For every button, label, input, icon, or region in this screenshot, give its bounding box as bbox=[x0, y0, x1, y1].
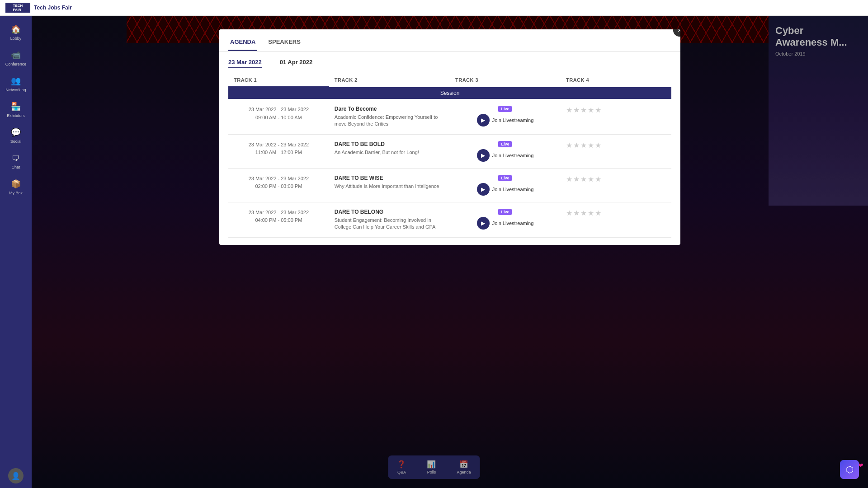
track-4-header: TRACK 4 bbox=[561, 74, 671, 87]
livestream-1-button[interactable]: Live ▶ Join Livestreaming bbox=[455, 106, 555, 127]
rating-stars-4[interactable]: ★ ★ ★ ★ ★ bbox=[566, 209, 666, 217]
star-2: ★ bbox=[573, 141, 580, 150]
sidebar-label-networking: Networking bbox=[5, 88, 26, 92]
sidebar-item-exhibitors[interactable]: 🏪 Exhibitors bbox=[0, 98, 32, 122]
livestream-4-button[interactable]: Live ▶ Join Livestreaming bbox=[455, 209, 555, 230]
session-2-track3[interactable]: Live ▶ Join Livestreaming bbox=[450, 134, 561, 168]
star-5: ★ bbox=[595, 175, 601, 183]
play-icon-2: ▶ bbox=[477, 149, 490, 162]
track-1-header: TRACK 1 bbox=[228, 74, 329, 87]
live-badge-1: Live bbox=[498, 106, 512, 112]
table-row: 23 Mar 2022 - 23 Mar 2022 11:00 AM - 12:… bbox=[228, 134, 671, 168]
play-icon-1: ▶ bbox=[477, 114, 490, 127]
star-3: ★ bbox=[580, 141, 587, 150]
live-join-2: ▶ Join Livestreaming bbox=[477, 149, 534, 162]
session-1-track2: Dare To Become Academic Confidence: Empo… bbox=[329, 99, 450, 135]
table-row: 23 Mar 2022 - 23 Mar 2022 04:00 PM - 05:… bbox=[228, 202, 671, 237]
star-3: ★ bbox=[580, 175, 587, 183]
star-2: ★ bbox=[573, 106, 580, 114]
session-1-date: 23 Mar 2022 - 23 Mar 2022 bbox=[234, 106, 324, 114]
live-join-4: ▶ Join Livestreaming bbox=[477, 217, 534, 230]
star-5: ★ bbox=[595, 106, 601, 114]
session-2-time-range: 11:00 AM - 12:00 PM bbox=[234, 149, 324, 157]
date-tab-mar23[interactable]: 23 Mar 2022 bbox=[228, 59, 262, 68]
session-3-title: DARE TO BE WISE bbox=[335, 175, 444, 181]
session-header-row: Session bbox=[228, 87, 671, 99]
star-1: ★ bbox=[566, 141, 572, 150]
exhibitors-icon: 🏪 bbox=[10, 101, 21, 112]
join-label-1: Join Livestreaming bbox=[492, 117, 534, 123]
session-2-date: 23 Mar 2022 - 23 Mar 2022 bbox=[234, 141, 324, 149]
track-2-header: TRACK 2 bbox=[329, 74, 450, 87]
3d-cube-icon[interactable]: ⬡ bbox=[840, 460, 859, 479]
sidebar-item-conference[interactable]: 📹 Conference bbox=[0, 46, 32, 70]
logo-box: TECHFAIR bbox=[5, 3, 30, 13]
tab-speakers[interactable]: SPEAKERS bbox=[266, 36, 302, 51]
livestream-2-button[interactable]: Live ▶ Join Livestreaming bbox=[455, 141, 555, 162]
star-3: ★ bbox=[580, 209, 587, 217]
join-label-4: Join Livestreaming bbox=[492, 221, 534, 226]
sidebar-item-mybox[interactable]: 📦 My Box bbox=[0, 175, 32, 199]
session-4-desc: Student Engagement: Becoming Involved in… bbox=[335, 217, 444, 231]
live-badge-3: Live bbox=[498, 175, 512, 181]
sidebar-item-social[interactable]: 💬 Social bbox=[0, 123, 32, 147]
live-join-1: ▶ Join Livestreaming bbox=[477, 114, 534, 127]
session-3-time: 23 Mar 2022 - 23 Mar 2022 02:00 PM - 03:… bbox=[228, 168, 329, 202]
date-tab-apr01[interactable]: 01 Apr 2022 bbox=[280, 59, 313, 68]
user-avatar[interactable]: 👤 bbox=[8, 468, 24, 483]
social-icon: 💬 bbox=[10, 127, 21, 138]
star-4: ★ bbox=[588, 141, 594, 150]
star-5: ★ bbox=[595, 209, 601, 217]
session-3-track4: ★ ★ ★ ★ ★ bbox=[561, 168, 671, 202]
session-1-title: Dare To Become bbox=[335, 106, 444, 112]
session-header-cell: Session bbox=[228, 87, 671, 99]
star-5: ★ bbox=[595, 141, 601, 150]
mybox-icon: 📦 bbox=[10, 178, 21, 189]
livestream-3-button[interactable]: Live ▶ Join Livestreaming bbox=[455, 175, 555, 196]
join-label-2: Join Livestreaming bbox=[492, 153, 534, 158]
sidebar-label-chat: Chat bbox=[11, 165, 20, 169]
table-row: 23 Mar 2022 - 23 Mar 2022 09:00 AM - 10:… bbox=[228, 99, 671, 135]
star-2: ★ bbox=[573, 175, 580, 183]
sidebar-label-lobby: Lobby bbox=[10, 36, 22, 41]
star-1: ★ bbox=[566, 175, 572, 183]
rating-stars-1[interactable]: ★ ★ ★ ★ ★ bbox=[566, 106, 666, 114]
sidebar-label-conference: Conference bbox=[5, 62, 27, 66]
live-badge-2: Live bbox=[498, 141, 512, 147]
avatar-icon: 👤 bbox=[11, 472, 20, 480]
session-1-track3[interactable]: Live ▶ Join Livestreaming bbox=[450, 99, 561, 135]
session-3-track2: DARE TO BE WISE Why Attitude Is More Imp… bbox=[329, 168, 450, 202]
rating-stars-3[interactable]: ★ ★ ★ ★ ★ bbox=[566, 175, 666, 183]
session-3-desc: Why Attitude Is More Important than Inte… bbox=[335, 183, 444, 190]
session-4-time-range: 04:00 PM - 05:00 PM bbox=[234, 216, 324, 225]
session-4-track3[interactable]: Live ▶ Join Livestreaming bbox=[450, 202, 561, 237]
star-1: ★ bbox=[566, 209, 572, 217]
modal-body: 23 Mar 2022 01 Apr 2022 TRACK 1 TRACK 2 … bbox=[219, 52, 680, 245]
table-row: 23 Mar 2022 - 23 Mar 2022 02:00 PM - 03:… bbox=[228, 168, 671, 202]
rating-stars-2[interactable]: ★ ★ ★ ★ ★ bbox=[566, 141, 666, 150]
star-3: ★ bbox=[580, 106, 587, 114]
session-1-desc: Academic Confidence: Empowering Yourself… bbox=[335, 114, 444, 128]
sidebar-item-lobby[interactable]: 🏠 Lobby bbox=[0, 20, 32, 44]
session-1-time: 23 Mar 2022 - 23 Mar 2022 09:00 AM - 10:… bbox=[228, 99, 329, 135]
tab-agenda[interactable]: AGENDA bbox=[228, 36, 257, 51]
sidebar-label-mybox: My Box bbox=[9, 191, 23, 195]
star-2: ★ bbox=[573, 209, 580, 217]
topbar: TECHFAIR Tech Jobs Fair bbox=[0, 0, 868, 16]
date-tabs: 23 Mar 2022 01 Apr 2022 bbox=[228, 59, 671, 68]
session-2-title: DARE TO BE BOLD bbox=[335, 141, 444, 147]
sidebar-item-networking[interactable]: 👥 Networking bbox=[0, 72, 32, 96]
sidebar-item-chat[interactable]: 🗨 Chat bbox=[0, 149, 32, 173]
agenda-table: TRACK 1 TRACK 2 TRACK 3 TRACK 4 Session bbox=[228, 74, 671, 238]
chat-icon: 🗨 bbox=[10, 153, 21, 164]
modal-overlay: × AGENDA SPEAKERS 23 Mar 2022 01 Apr 202… bbox=[32, 16, 868, 488]
close-icon: × bbox=[678, 29, 680, 34]
session-2-track2: DARE TO BE BOLD An Academic Barrier, But… bbox=[329, 134, 450, 168]
session-4-title: DARE TO BELONG bbox=[335, 209, 444, 215]
session-4-track2: DARE TO BELONG Student Engagement: Becom… bbox=[329, 202, 450, 237]
session-3-track3[interactable]: Live ▶ Join Livestreaming bbox=[450, 168, 561, 202]
star-4: ★ bbox=[588, 175, 594, 183]
modal-tab-bar: AGENDA SPEAKERS bbox=[219, 29, 680, 52]
session-3-time-range: 02:00 PM - 03:00 PM bbox=[234, 183, 324, 191]
networking-icon: 👥 bbox=[10, 75, 21, 86]
